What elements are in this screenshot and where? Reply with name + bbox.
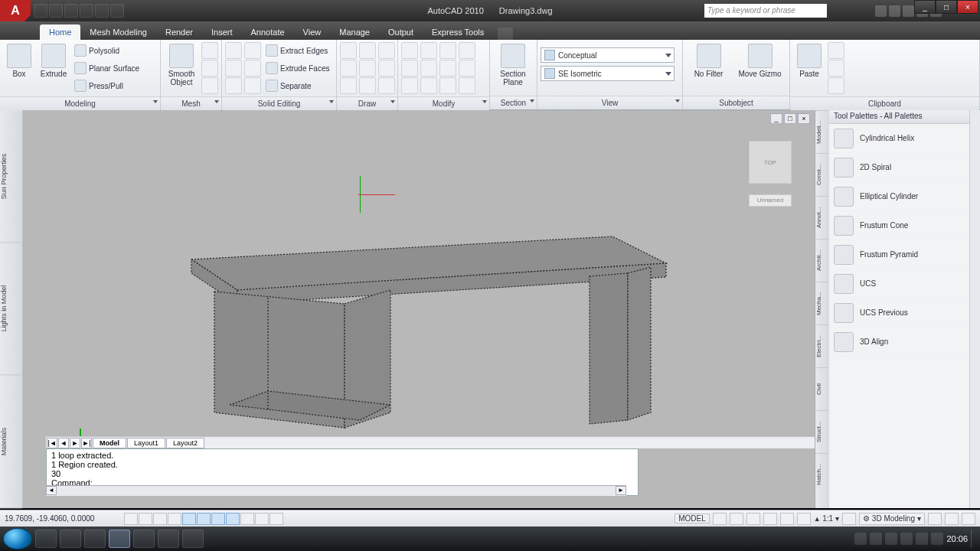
copy-icon[interactable] [828, 60, 844, 77]
tab-manage[interactable]: Manage [330, 24, 379, 40]
modify-tool-icon[interactable] [459, 60, 475, 77]
presspull-button[interactable]: Press/Pull [72, 77, 142, 94]
tray-volume-icon[interactable] [931, 533, 943, 545]
mesh-tool-icon[interactable] [201, 60, 218, 77]
draw-tool-icon[interactable] [340, 77, 357, 94]
modify-tool-icon[interactable] [459, 77, 475, 94]
quick-view-drawings-icon[interactable] [730, 513, 743, 525]
palette-item[interactable]: 3D Align [829, 328, 969, 357]
panel-title-modeling[interactable]: Modeling [0, 96, 160, 110]
polysolid-button[interactable]: Polysolid [72, 42, 142, 59]
tray-network-icon[interactable] [870, 533, 882, 545]
palette-tab-mechanical[interactable]: Mecha... [815, 282, 829, 324]
solid-tool-icon[interactable] [244, 60, 261, 77]
qp-toggle[interactable] [270, 513, 283, 525]
extract-edges-button[interactable]: Extract Edges [263, 42, 332, 59]
tray-clock[interactable]: 20:06 [946, 534, 968, 543]
palette-tab-architectural[interactable]: Archit... [815, 239, 829, 282]
tab-render[interactable]: Render [156, 24, 202, 40]
section-plane-button[interactable]: Section Plane [493, 42, 533, 86]
tray-wifi-icon[interactable] [916, 533, 928, 545]
palette-tab-modeling[interactable]: Modeli... [815, 110, 829, 153]
qat-new-icon[interactable] [34, 4, 47, 18]
view-preset-combo[interactable]: SE Isometric [541, 66, 675, 81]
smooth-object-button[interactable]: Smooth Object [164, 42, 199, 86]
3dosnap-toggle[interactable] [197, 513, 211, 525]
ortho-toggle[interactable] [153, 513, 167, 525]
no-filter-button[interactable]: No Filter [686, 42, 731, 78]
palette-tab-constraints[interactable]: Const... [815, 153, 829, 196]
taskbar-vlc-icon[interactable] [133, 530, 155, 548]
grid-toggle[interactable] [139, 513, 152, 525]
copy-clip-icon[interactable] [828, 77, 844, 94]
layout-tab-layout2[interactable]: Layout2 [166, 438, 204, 448]
layout-tab-model[interactable]: Model [93, 438, 126, 448]
viewcube[interactable]: TOP [749, 141, 792, 184]
tray-action-center-icon[interactable] [885, 533, 897, 545]
palette-tab-civil[interactable]: Civil [815, 367, 829, 410]
vp-close-icon[interactable]: × [798, 113, 810, 124]
show-desktop-button[interactable] [971, 530, 977, 548]
sign-in-icon[interactable] [875, 5, 887, 17]
hardware-accel-icon[interactable] [945, 513, 959, 525]
tab-home[interactable]: Home [40, 24, 80, 40]
panel-title-view[interactable]: View [537, 96, 682, 109]
draw-tool-icon[interactable] [359, 60, 376, 77]
separate-button[interactable]: Separate [263, 77, 332, 94]
tab-mesh-modeling[interactable]: Mesh Modeling [80, 24, 156, 40]
modify-tool-icon[interactable] [439, 77, 456, 94]
solid-tool-icon[interactable] [225, 77, 242, 94]
palette-tab-hatches[interactable]: Hatch... [815, 453, 829, 496]
solid-tool-icon[interactable] [244, 42, 261, 59]
modify-tool-icon[interactable] [420, 77, 437, 94]
tab-overflow-icon[interactable] [498, 28, 513, 40]
vp-restore-icon[interactable]: □ [784, 113, 796, 124]
palette-item[interactable]: Elliptical Cylinder [829, 182, 969, 211]
solid-tool-icon[interactable] [244, 77, 261, 94]
tab-output[interactable]: Output [379, 24, 423, 40]
paste-button[interactable]: Paste [793, 42, 825, 78]
draw-tool-icon[interactable] [340, 42, 357, 59]
annotation-scale[interactable]: ▲ 1:1 ▾ [814, 514, 839, 523]
otrack-toggle[interactable] [211, 513, 225, 525]
layout-nav-prev-icon[interactable]: ◄ [58, 438, 69, 448]
taskbar-messenger-icon[interactable] [60, 530, 81, 548]
taskbar-app-icon[interactable] [182, 530, 204, 548]
lwt-toggle[interactable] [255, 513, 269, 525]
ducs-toggle[interactable] [226, 513, 240, 525]
app-menu-button[interactable]: A [0, 0, 31, 21]
palette-tab-annotation[interactable]: Annot... [815, 196, 829, 239]
modify-tool-icon[interactable] [439, 60, 456, 77]
model-space-label[interactable]: MODEL [675, 514, 710, 523]
cut-icon[interactable] [828, 42, 844, 59]
showmotion-icon[interactable] [797, 513, 811, 525]
start-button[interactable] [3, 528, 32, 549]
box-button[interactable]: Box [3, 42, 35, 78]
command-hscroll[interactable]: ◄► [46, 485, 626, 496]
qat-save-icon[interactable] [64, 4, 78, 18]
extrude-faces-button[interactable]: Extrude Faces [263, 60, 332, 77]
palette-item[interactable]: UCS Previous [829, 298, 969, 328]
workspace-switching[interactable]: ⚙3D Modeling ▾ [859, 513, 925, 525]
subscription-icon[interactable] [903, 5, 914, 17]
tab-express-tools[interactable]: Express Tools [423, 24, 493, 40]
tab-annotate[interactable]: Annotate [242, 24, 294, 40]
panel-title-draw[interactable]: Draw [337, 96, 397, 110]
solid-tool-icon[interactable] [225, 60, 242, 77]
modify-tool-icon[interactable] [401, 42, 418, 59]
palette-item[interactable]: UCS [829, 269, 969, 298]
draw-tool-icon[interactable] [359, 77, 376, 94]
taskbar-autocad-icon[interactable] [109, 530, 130, 548]
polar-toggle[interactable] [168, 513, 181, 525]
close-button[interactable]: × [957, 0, 978, 14]
tab-insert[interactable]: Insert [202, 24, 242, 40]
layout-nav-first-icon[interactable]: |◄ [47, 438, 57, 448]
modify-tool-icon[interactable] [401, 60, 418, 77]
qat-undo-icon[interactable] [80, 4, 93, 18]
draw-tool-icon[interactable] [359, 42, 376, 59]
modify-tool-icon[interactable] [420, 60, 437, 77]
tab-view[interactable]: View [294, 24, 331, 40]
taskbar-skype-icon[interactable] [84, 530, 106, 548]
modify-tool-icon[interactable] [459, 42, 475, 59]
drawing-viewport[interactable]: _ □ × TOP Unnamed [23, 110, 815, 508]
